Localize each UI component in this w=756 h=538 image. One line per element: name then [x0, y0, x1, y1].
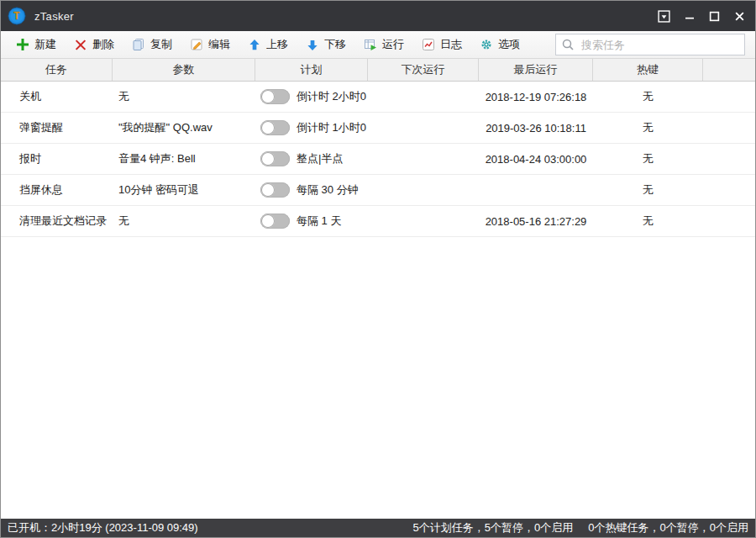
window-controls	[656, 8, 747, 24]
close-icon	[734, 11, 745, 22]
move-up-button[interactable]: 上移	[243, 34, 293, 55]
task-enabled-toggle[interactable]	[260, 89, 290, 104]
hotkey-cell: 无	[593, 89, 703, 104]
copy-icon	[132, 38, 145, 51]
delete-task-button[interactable]: 删除	[69, 34, 119, 55]
column-header-last-run[interactable]: 最后运行	[479, 59, 593, 81]
run-icon	[364, 38, 377, 51]
gear-icon	[480, 38, 493, 51]
toolbar-button-label: 新建	[34, 37, 56, 52]
task-params-cell: 音量4 钟声: Bell	[113, 151, 255, 166]
column-header-hotkey[interactable]: 热键	[593, 59, 703, 81]
arrow-up-icon	[248, 39, 261, 51]
schedule-cell: 每隔 30 分钟	[255, 182, 368, 198]
table-row[interactable]: 清理最近文档记录无每隔 1 天2018-05-16 21:27:29无	[1, 206, 755, 237]
schedule-cell: 倒计时 2小时0	[255, 89, 368, 104]
uptime-status: 已开机：2小时19分 (2023-11-09 09:49)	[8, 520, 198, 535]
task-enabled-toggle[interactable]	[260, 214, 290, 229]
log-button[interactable]: 日志	[417, 34, 467, 55]
copy-task-button[interactable]: 复制	[127, 34, 177, 55]
task-name-cell: 清理最近文档记录	[1, 214, 113, 229]
task-params-cell: 无	[113, 89, 255, 104]
toggle-knob	[261, 214, 275, 228]
column-header-next-run[interactable]: 下次运行	[368, 59, 479, 81]
title-bar: T zTasker	[1, 1, 755, 31]
table-header: 任务 参数 计划 下次运行 最后运行 热键	[1, 59, 755, 82]
plan-task-summary: 5个计划任务，5个暂停，0个启用	[413, 521, 574, 534]
toolbar: 新建 删除 复制 编辑 上移	[1, 31, 755, 59]
schedule-cell: 倒计时 1小时0	[255, 120, 368, 135]
search-input[interactable]	[580, 38, 739, 52]
schedule-text: 每隔 30 分钟	[297, 182, 359, 198]
toolbar-button-label: 运行	[382, 37, 404, 52]
column-header-filler	[703, 59, 755, 81]
task-params-cell: "我的提醒" QQ.wav	[113, 120, 255, 135]
schedule-cell: 每隔 1 天	[255, 214, 368, 229]
log-chart-icon	[422, 38, 435, 51]
last-run-cell: 2019-03-26 10:18:11	[479, 122, 593, 134]
options-button[interactable]: 选项	[475, 34, 525, 55]
task-summary: 5个计划任务，5个暂停，0个启用0个热键任务，0个暂停，0个启用	[398, 520, 748, 535]
task-enabled-toggle[interactable]	[260, 120, 290, 135]
hotkey-cell: 无	[593, 214, 703, 229]
run-task-button[interactable]: 运行	[359, 34, 409, 55]
new-task-button[interactable]: 新建	[11, 34, 61, 55]
toolbar-button-label: 编辑	[208, 37, 230, 52]
minimize-icon	[685, 11, 695, 21]
toolbar-button-label: 删除	[92, 37, 114, 52]
task-name-cell: 报时	[1, 151, 113, 166]
minimize-button[interactable]	[683, 9, 696, 23]
schedule-text: 整点|半点	[297, 151, 343, 166]
toggle-knob	[261, 152, 275, 166]
table-body: 关机无倒计时 2小时02018-12-19 07:26:18无弹窗提醒"我的提醒…	[1, 82, 755, 237]
delete-x-icon	[74, 39, 87, 51]
column-header-params[interactable]: 参数	[113, 59, 255, 81]
task-enabled-toggle[interactable]	[260, 182, 290, 198]
tray-arrow-icon	[658, 10, 670, 23]
task-name-cell: 弹窗提醒	[1, 120, 113, 135]
close-button[interactable]	[732, 9, 747, 24]
arrow-down-icon	[306, 39, 319, 51]
last-run-cell: 2018-05-16 21:27:29	[479, 215, 593, 228]
schedule-text: 每隔 1 天	[297, 214, 341, 229]
plus-icon	[16, 38, 29, 51]
window-title: zTasker	[34, 10, 74, 23]
task-enabled-toggle[interactable]	[260, 151, 290, 166]
toggle-knob	[261, 183, 275, 197]
column-header-task[interactable]: 任务	[1, 59, 113, 81]
svg-text:T: T	[13, 10, 20, 22]
last-run-cell: 2018-04-24 03:00:00	[479, 153, 593, 166]
toolbar-button-label: 日志	[440, 37, 462, 52]
column-header-schedule[interactable]: 计划	[255, 59, 368, 81]
app-window: T zTasker	[0, 0, 756, 538]
table-row[interactable]: 报时音量4 钟声: Bell整点|半点2018-04-24 03:00:00无	[1, 144, 755, 175]
toolbar-button-label: 下移	[324, 37, 346, 52]
hotkey-cell: 无	[593, 182, 703, 198]
task-params-cell: 无	[113, 214, 255, 229]
toolbar-button-label: 复制	[150, 37, 172, 52]
schedule-text: 倒计时 1小时0	[297, 120, 366, 135]
last-run-cell: 2018-12-19 07:26:18	[479, 91, 593, 103]
hotkey-task-summary: 0个热键任务，0个暂停，0个启用	[588, 521, 748, 534]
app-logo-icon: T	[8, 7, 26, 25]
hotkey-cell: 无	[593, 120, 703, 135]
schedule-cell: 整点|半点	[255, 151, 368, 166]
move-down-button[interactable]: 下移	[301, 34, 351, 55]
task-name-cell: 关机	[1, 89, 113, 104]
search-icon	[561, 38, 575, 51]
maximize-icon	[709, 11, 720, 22]
task-table: 任务 参数 计划 下次运行 最后运行 热键 关机无倒计时 2小时02018-12…	[1, 59, 755, 519]
toggle-knob	[261, 90, 275, 103]
schedule-text: 倒计时 2小时0	[297, 89, 366, 104]
status-bar: 已开机：2小时19分 (2023-11-09 09:49) 5个计划任务，5个暂…	[1, 519, 755, 537]
edit-task-button[interactable]: 编辑	[185, 34, 235, 55]
hotkey-cell: 无	[593, 151, 703, 166]
maximize-button[interactable]	[707, 9, 722, 24]
search-box	[555, 34, 745, 55]
toolbar-button-label: 选项	[498, 37, 520, 52]
toolbar-button-label: 上移	[266, 37, 288, 52]
table-row[interactable]: 关机无倒计时 2小时02018-12-19 07:26:18无	[1, 82, 755, 113]
table-row[interactable]: 挡屏休息10分钟 密码可退每隔 30 分钟无	[1, 175, 755, 206]
minimize-to-tray-button[interactable]	[656, 8, 672, 24]
table-row[interactable]: 弹窗提醒"我的提醒" QQ.wav倒计时 1小时02019-03-26 10:1…	[1, 113, 755, 144]
